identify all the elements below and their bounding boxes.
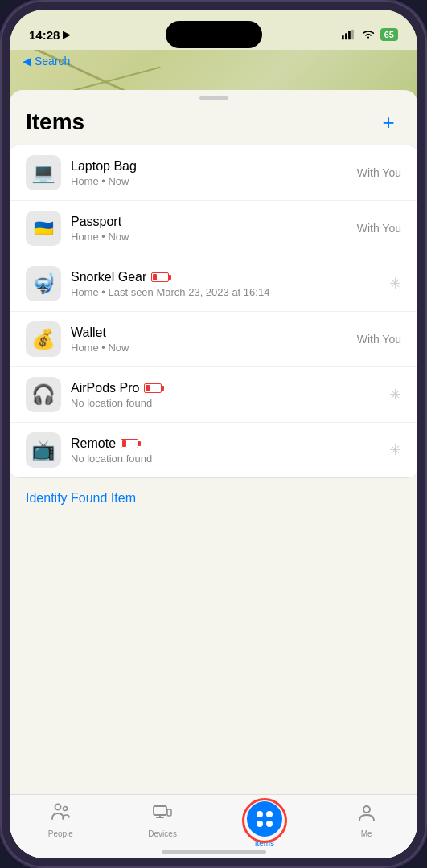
list-item-remote[interactable]: 📺 Remote No location found ✳ [10,423,417,477]
tab-icon-items [247,801,282,837]
item-status-laptop: With You [357,166,401,179]
tab-items[interactable]: Items [214,801,316,848]
item-info-remote: Remote No location found [71,436,389,465]
item-icon-remote: 📺 [26,432,61,468]
item-info-wallet: Wallet Home • Now [71,326,357,354]
identify-found-item-link[interactable]: Identify Found Item [10,478,417,518]
list-item-airpods[interactable]: 🎧 AirPods Pro No location found ✳ [10,367,417,423]
tab-icon-me [356,801,377,827]
item-name-remote: Remote [71,436,389,451]
spinner-remote: ✳ [389,441,401,459]
search-bar[interactable]: ◀ Search [23,55,70,68]
phone-screen: 14:28 ▶ 65 [10,10,417,858]
status-bar: 14:28 ▶ 65 [10,10,417,50]
sheet-title: Items [26,109,84,135]
dynamic-island [166,21,262,48]
tab-label-me: Me [361,829,372,838]
time-display: 14:28 [29,28,60,42]
item-name-snorkel: Snorkel Gear [71,270,389,285]
item-icon-snorkel: 🤿 [26,266,61,301]
item-status-passport: With You [357,222,401,235]
list-item-wallet[interactable]: 💰 Wallet Home • Now With You [10,312,417,367]
tab-people[interactable]: People [10,801,112,838]
svg-point-8 [363,806,370,813]
item-name-laptop: Laptop Bag [71,159,357,174]
search-chevron: ◀ [23,55,31,68]
battery-indicator-snorkel [151,272,169,282]
tab-label-items: Items [255,839,274,848]
battery-level: 65 [380,28,398,41]
item-icon-laptop: 💻 [26,155,61,190]
item-name-wallet: Wallet [71,326,357,340]
item-status-wallet: With You [357,333,401,346]
wifi-icon [361,29,376,40]
list-item-snorkel[interactable]: 🤿 Snorkel Gear Home • Last seen March 23… [10,256,417,312]
sheet-header: Items + [10,103,417,145]
spinner-snorkel: ✳ [389,275,401,293]
svg-rect-1 [345,33,347,39]
tab-me[interactable]: Me [315,801,417,838]
svg-point-5 [64,807,68,811]
item-info-passport: Passport Home • Now [71,215,357,243]
svg-rect-7 [167,809,171,816]
list-item-passport[interactable]: 🇺🇦 Passport Home • Now With You [10,201,417,256]
items-dots-grid [250,805,279,833]
tab-devices[interactable]: Devices [112,801,214,838]
svg-rect-2 [348,31,351,40]
item-info-laptop: Laptop Bag Home • Now [71,159,357,187]
items-list: 💻 Laptop Bag Home • Now With You 🇺🇦 [10,145,417,478]
item-sub-snorkel: Home • Last seen March 23, 2023 at 16:14 [71,286,389,298]
list-item-laptop[interactable]: 💻 Laptop Bag Home • Now With You [10,145,417,201]
spinner-airpods: ✳ [389,386,401,403]
item-sub-laptop: Home • Now [71,175,357,187]
svg-rect-0 [342,35,344,39]
item-name-passport: Passport [71,215,357,229]
svg-rect-3 [351,30,354,40]
item-name-airpods: AirPods Pro [71,381,389,395]
tab-icon-devices [152,801,173,827]
location-icon: ▶ [63,29,70,40]
battery-indicator-airpods [144,383,162,393]
svg-rect-6 [154,806,166,815]
item-sub-passport: Home • Now [71,231,357,243]
battery-indicator-remote [121,439,138,448]
tab-label-people: People [48,829,73,838]
sheet-handle [199,96,228,100]
svg-point-4 [55,805,61,810]
item-sub-wallet: Home • Now [71,342,357,354]
home-indicator [162,850,266,854]
item-icon-wallet: 💰 [26,321,61,357]
tab-label-devices: Devices [148,829,177,838]
item-icon-passport: 🇺🇦 [26,211,61,246]
status-left: 14:28 ▶ [29,28,70,42]
item-icon-airpods: 🎧 [26,377,61,412]
tab-icon-people [50,801,71,827]
bottom-sheet: Items + 💻 Laptop Bag Home • Now [10,90,417,858]
item-sub-airpods: No location found [71,397,389,409]
phone-frame: 14:28 ▶ 65 [0,0,427,868]
signal-icon [342,29,356,40]
item-info-snorkel: Snorkel Gear Home • Last seen March 23, … [71,270,389,298]
add-item-button[interactable]: + [376,109,401,135]
tab-bar: People Devices [10,794,417,858]
item-info-airpods: AirPods Pro No location found [71,381,389,409]
status-right: 65 [342,28,398,41]
item-sub-remote: No location found [71,452,389,465]
search-label[interactable]: Search [35,55,70,68]
